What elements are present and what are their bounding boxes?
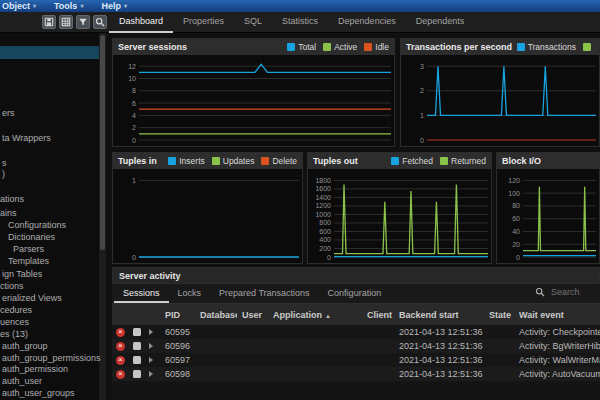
svg-text:1400: 1400 bbox=[315, 194, 331, 201]
svg-text:1200: 1200 bbox=[315, 202, 331, 209]
svg-text:1000: 1000 bbox=[315, 211, 331, 218]
panel-header: Tuples outFetchedReturned bbox=[308, 153, 491, 169]
legend-item: Idle bbox=[364, 42, 389, 52]
cancel-query-icon[interactable] bbox=[133, 328, 141, 336]
terminate-session-icon[interactable] bbox=[116, 328, 125, 337]
row-actions-cell bbox=[112, 370, 160, 379]
chevron-down-icon: ▾ bbox=[80, 0, 83, 12]
menu-item-tools[interactable]: Tools▾ bbox=[45, 0, 92, 12]
legend-label: Updates bbox=[223, 156, 255, 166]
sidebar-item[interactable]: auth_permission bbox=[2, 363, 68, 375]
toolbar-button-search-icon[interactable] bbox=[93, 15, 107, 29]
toolbar-button-grid-icon[interactable] bbox=[59, 15, 73, 29]
svg-text:0: 0 bbox=[327, 254, 331, 261]
table-header-row: PIDDatabaseUserApplication▲ClientBackend… bbox=[112, 304, 600, 325]
panel-block-io: Block I/O020406080100120 bbox=[496, 152, 600, 264]
legend-item: Returned bbox=[440, 156, 486, 166]
tab-properties[interactable]: Properties bbox=[173, 12, 234, 33]
activity-tab-locks[interactable]: Locks bbox=[169, 284, 211, 303]
menu-item-help[interactable]: Help▾ bbox=[92, 0, 136, 12]
svg-text:0: 0 bbox=[420, 137, 424, 144]
legend-item: Total bbox=[287, 42, 316, 52]
cell-backend-start: 2021-04-13 12:51:36 BST bbox=[394, 355, 484, 365]
column-header-database[interactable]: Database bbox=[195, 310, 237, 320]
cancel-query-icon[interactable] bbox=[133, 342, 141, 350]
menu-item-label: Tools bbox=[54, 0, 77, 12]
panel-header: Block I/O bbox=[497, 153, 599, 169]
sidebar-item[interactable]: ctions bbox=[0, 280, 24, 292]
activity-tab-prepared-transactions[interactable]: Prepared Transactions bbox=[210, 284, 319, 303]
sidebar-item[interactable]: Configurations bbox=[8, 219, 66, 231]
sidebar-item[interactable]: uences bbox=[0, 316, 29, 328]
panel-title: Block I/O bbox=[502, 156, 541, 166]
column-header-state[interactable]: State bbox=[484, 310, 514, 320]
tab-dependencies[interactable]: Dependencies bbox=[328, 12, 406, 33]
toolbar-button-save-icon[interactable] bbox=[42, 15, 56, 29]
filter-icon bbox=[78, 15, 88, 30]
sidebar-item[interactable]: Dictionaries bbox=[8, 231, 55, 243]
sidebar-item[interactable]: ta Wrappers bbox=[2, 132, 51, 144]
column-header-application[interactable]: Application▲ bbox=[268, 310, 362, 320]
sidebar-item[interactable]: ains bbox=[0, 207, 17, 219]
sidebar-item[interactable]: auth_group bbox=[2, 340, 48, 352]
panel-tuples-out: Tuples outFetchedReturned020040060080010… bbox=[307, 152, 492, 264]
tab-statistics[interactable]: Statistics bbox=[272, 12, 328, 33]
cancel-query-icon[interactable] bbox=[133, 356, 141, 364]
sidebar-item[interactable]: ations bbox=[0, 193, 24, 205]
object-explorer-tree[interactable]: ersta Wrapperss)ationsainsConfigurations… bbox=[0, 33, 106, 400]
terminate-session-icon[interactable] bbox=[116, 342, 125, 351]
sidebar-item[interactable]: auth_user bbox=[2, 375, 42, 387]
tab-dependents[interactable]: Dependents bbox=[406, 12, 475, 33]
cancel-query-icon[interactable] bbox=[133, 370, 141, 378]
sidebar-scrollbar-thumb[interactable] bbox=[100, 35, 105, 250]
expand-row-icon[interactable] bbox=[149, 343, 153, 349]
session-row: 605972021-04-13 12:51:36 BSTActivity: Wa… bbox=[112, 353, 600, 367]
sidebar-item[interactable]: Templates bbox=[8, 255, 49, 267]
column-header-client[interactable]: Client bbox=[362, 310, 394, 320]
chart-block-i-o: 020406080100120 bbox=[497, 169, 599, 263]
panel-server-sessions: Server sessionsTotalActiveIdle024681012 bbox=[112, 38, 395, 147]
sidebar-item[interactable]: es (13) bbox=[0, 328, 28, 340]
sidebar-item[interactable]: ) bbox=[2, 168, 5, 180]
session-search[interactable] bbox=[535, 286, 597, 298]
chart-area: 0123 bbox=[401, 55, 599, 146]
panel-tuples-in: Tuples inInsertsUpdatesDelete01 bbox=[112, 152, 303, 264]
session-row: 605962021-04-13 12:51:36 BSTActivity: Bg… bbox=[112, 339, 600, 353]
sidebar-item-selected[interactable] bbox=[0, 46, 99, 59]
column-header-backend-start[interactable]: Backend start bbox=[394, 310, 484, 320]
menu-item-object[interactable]: Object▾ bbox=[0, 0, 45, 12]
row-actions-cell bbox=[112, 328, 160, 337]
chart-server-sessions: 024681012 bbox=[113, 55, 394, 146]
sidebar-item[interactable]: Parsers bbox=[13, 243, 44, 255]
expand-row-icon[interactable] bbox=[149, 371, 153, 377]
sort-asc-icon: ▲ bbox=[325, 313, 331, 319]
expand-row-icon[interactable] bbox=[149, 329, 153, 335]
chart-legend: FetchedReturned bbox=[391, 156, 486, 166]
column-header-wait-event[interactable]: Wait event bbox=[514, 310, 600, 320]
panel-transactions-per-second: Transactions per secondTransactions0123 bbox=[400, 38, 600, 147]
terminate-session-icon[interactable] bbox=[116, 370, 125, 379]
panel-header: Tuples inInsertsUpdatesDelete bbox=[113, 153, 302, 169]
sidebar-item[interactable]: auth_user_groups bbox=[2, 387, 75, 399]
cell-wait-event: Activity: BgWriterHibernate bbox=[514, 341, 600, 351]
tab-dashboard[interactable]: Dashboard bbox=[109, 12, 173, 33]
column-header-user[interactable]: User bbox=[237, 310, 268, 320]
activity-tab-sessions[interactable]: Sessions bbox=[114, 284, 169, 303]
column-header-pid[interactable]: PID bbox=[160, 310, 195, 320]
svg-text:600: 600 bbox=[319, 228, 331, 235]
activity-tab-configuration[interactable]: Configuration bbox=[319, 284, 391, 303]
expand-row-icon[interactable] bbox=[149, 357, 153, 363]
tab-sql[interactable]: SQL bbox=[234, 12, 272, 33]
toolbar-button-filter-icon[interactable] bbox=[76, 15, 90, 29]
search-input[interactable] bbox=[549, 286, 597, 298]
sidebar-item[interactable]: ign Tables bbox=[2, 268, 42, 280]
pgadmin-window: Object▾Tools▾Help▾ DashboardPropertiesSQ… bbox=[0, 0, 600, 400]
sidebar-item[interactable]: ers bbox=[2, 107, 15, 119]
sidebar-item[interactable]: cedures bbox=[0, 304, 32, 316]
svg-text:0: 0 bbox=[132, 254, 136, 261]
sidebar-item[interactable]: erialized Views bbox=[2, 292, 62, 304]
column-header-label: Backend start bbox=[399, 310, 459, 320]
terminate-session-icon[interactable] bbox=[116, 356, 125, 365]
sidebar-scrollbar[interactable] bbox=[99, 33, 106, 400]
grid-icon bbox=[61, 15, 71, 30]
